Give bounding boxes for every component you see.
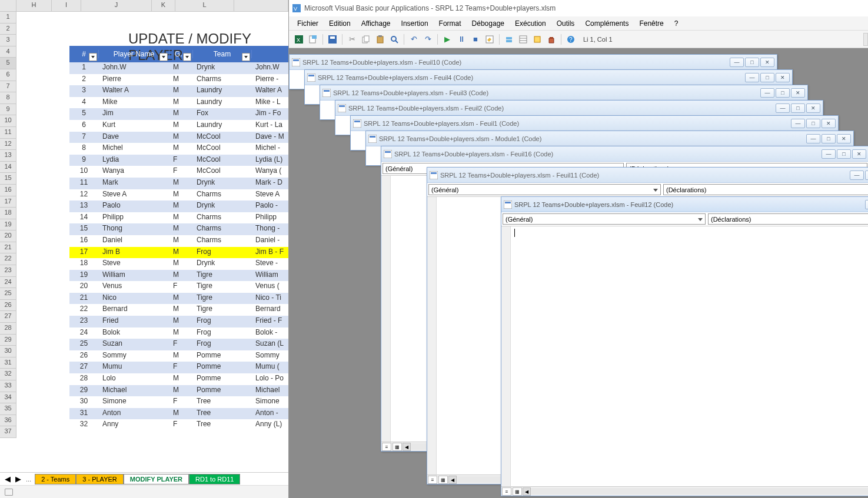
filter-icon[interactable] bbox=[89, 53, 97, 61]
tab-nav-prev[interactable]: ◀ bbox=[4, 475, 12, 483]
help-icon[interactable]: ? bbox=[564, 33, 577, 46]
copy-icon[interactable] bbox=[360, 33, 373, 46]
table-row[interactable]: 25SuzanFFrogSuzan (L bbox=[69, 339, 288, 350]
th-team[interactable]: Team bbox=[193, 50, 252, 58]
properties-icon[interactable] bbox=[517, 33, 530, 46]
cell-name[interactable]: Sommy bbox=[99, 350, 169, 362]
table-row[interactable]: 17Jim BMFrogJim B - F bbox=[69, 247, 288, 259]
cell-gender[interactable]: M bbox=[169, 212, 193, 224]
cell-number[interactable]: 3 bbox=[69, 85, 99, 97]
row-header-29[interactable]: 29 bbox=[0, 335, 16, 346]
cell-number[interactable]: 6 bbox=[69, 120, 99, 132]
macro-record-icon[interactable] bbox=[5, 489, 13, 496]
cell-number[interactable]: 20 bbox=[69, 281, 99, 293]
design-mode-icon[interactable] bbox=[483, 33, 496, 46]
menu-help[interactable]: ? bbox=[670, 18, 683, 29]
find-icon[interactable] bbox=[388, 33, 401, 46]
cell-ext[interactable]: Michel - bbox=[252, 143, 288, 155]
table-row[interactable]: 24BolokMFrogBolok - bbox=[69, 327, 288, 339]
cell-name[interactable]: Steve A bbox=[99, 189, 169, 201]
cell-ext[interactable]: Sommy bbox=[252, 350, 288, 362]
menu-execution[interactable]: Exécution bbox=[510, 18, 551, 29]
cell-ext[interactable]: Jim B - F bbox=[252, 247, 288, 259]
menu-insertion[interactable]: Insertion bbox=[397, 18, 433, 29]
cell-team[interactable]: McCool bbox=[193, 166, 252, 178]
maximize-button[interactable]: □ bbox=[791, 103, 805, 113]
mdi-client-area[interactable]: SRPL 12 Teams+Double+players.xlsm - Feui… bbox=[289, 48, 868, 498]
table-row[interactable]: 1John.WMDrynkJohn.W bbox=[69, 62, 288, 74]
cell-name[interactable]: Anny bbox=[99, 419, 169, 431]
filter-icon[interactable] bbox=[159, 53, 168, 61]
cell-team[interactable]: Frog bbox=[193, 327, 252, 339]
cell-team[interactable]: Pomme bbox=[193, 373, 252, 385]
cell-number[interactable]: 13 bbox=[69, 200, 99, 212]
menu-affichage[interactable]: Affichage bbox=[357, 18, 395, 29]
table-row[interactable]: 23FriedMFrogFried - F bbox=[69, 316, 288, 327]
cell-number[interactable]: 2 bbox=[69, 74, 99, 86]
maximize-button[interactable]: □ bbox=[745, 58, 759, 67]
cell-ext[interactable]: Wanya ( bbox=[252, 166, 288, 178]
close-button[interactable]: ✕ bbox=[760, 58, 774, 67]
cell-gender[interactable]: M bbox=[169, 408, 193, 420]
th-gender[interactable]: G… bbox=[169, 50, 193, 58]
code-editor[interactable] bbox=[501, 226, 868, 486]
code-window[interactable]: SRPL 12 Teams+Double+players.xlsm - Feui… bbox=[501, 196, 868, 496]
th-number[interactable]: # bbox=[69, 50, 99, 58]
code-window-titlebar[interactable]: SRPL 12 Teams+Double+players.xlsm - Feui… bbox=[501, 197, 868, 212]
cell-number[interactable]: 10 bbox=[69, 166, 99, 178]
close-button[interactable]: ✕ bbox=[806, 103, 820, 113]
cell-gender[interactable]: F bbox=[169, 396, 193, 408]
table-row[interactable]: 22BernardMTigreBernard bbox=[69, 304, 288, 316]
row-header-21[interactable]: 21 bbox=[0, 242, 16, 254]
cell-gender[interactable]: M bbox=[169, 74, 193, 86]
cell-team[interactable]: Frog bbox=[193, 316, 252, 327]
table-row[interactable]: 9LydiaFMcCoolLydia (L) bbox=[69, 155, 288, 166]
cell-team[interactable]: Tigre bbox=[193, 270, 252, 282]
row-header-35[interactable]: 35 bbox=[0, 403, 16, 415]
maximize-button[interactable]: □ bbox=[760, 73, 774, 82]
cell-ext[interactable]: John.W bbox=[252, 62, 288, 74]
procedure-view-icon[interactable]: ≡ bbox=[382, 443, 391, 451]
cell-gender[interactable]: M bbox=[169, 189, 193, 201]
full-view-icon[interactable]: ▦ bbox=[438, 476, 448, 484]
row-header-17[interactable]: 17 bbox=[0, 196, 16, 208]
cell-name[interactable]: Kurt bbox=[99, 120, 169, 132]
cell-ext[interactable]: Jim - Fo bbox=[252, 108, 288, 120]
tab-teams[interactable]: 2 - Teams bbox=[35, 474, 76, 484]
cell-ext[interactable]: Nico - Ti bbox=[252, 293, 288, 305]
cell-name[interactable]: Daniel bbox=[99, 235, 169, 247]
cell-ext[interactable]: Mumu ( bbox=[252, 362, 288, 373]
cell-team[interactable]: Frog bbox=[193, 247, 252, 259]
cell-ext[interactable]: Michael bbox=[252, 385, 288, 397]
cell-team[interactable]: Pomme bbox=[193, 362, 252, 373]
cell-number[interactable]: 24 bbox=[69, 327, 99, 339]
row-header-5[interactable]: 5 bbox=[0, 58, 16, 69]
cell-gender[interactable]: M bbox=[169, 97, 193, 109]
cell-team[interactable]: Charms bbox=[193, 235, 252, 247]
cell-team[interactable]: Tigre bbox=[193, 304, 252, 316]
cell-name[interactable]: Venus bbox=[99, 281, 169, 293]
scroll-left-icon[interactable]: ◀ bbox=[523, 487, 531, 496]
close-button[interactable]: ✕ bbox=[852, 149, 866, 159]
cell-gender[interactable]: M bbox=[169, 235, 193, 247]
row-header-8[interactable]: 8 bbox=[0, 92, 16, 104]
row-header-19[interactable]: 19 bbox=[0, 219, 16, 231]
cell-name[interactable]: Anton bbox=[99, 408, 169, 420]
close-button[interactable]: ✕ bbox=[837, 134, 851, 143]
tabs-overflow[interactable]: ... bbox=[22, 476, 35, 483]
stop-icon[interactable]: ■ bbox=[469, 33, 482, 46]
cell-ext[interactable]: Steve A bbox=[252, 189, 288, 201]
cell-number[interactable]: 17 bbox=[69, 247, 99, 259]
cell-name[interactable]: Pierre bbox=[99, 74, 169, 86]
scroll-left-icon[interactable]: ◀ bbox=[448, 476, 457, 484]
insert-module-icon[interactable] bbox=[307, 33, 320, 46]
th-player-name[interactable]: Player Name bbox=[99, 50, 169, 58]
cell-ext[interactable]: Walter A bbox=[252, 85, 288, 97]
vba-title-bar[interactable]: V Microsoft Visual Basic pour Applicatio… bbox=[289, 0, 868, 16]
cell-team[interactable]: Tree bbox=[193, 396, 252, 408]
row-header-7[interactable]: 7 bbox=[0, 81, 16, 93]
code-window-titlebar[interactable]: SRPL 12 Teams+Double+players.xlsm - Feui… bbox=[290, 55, 777, 70]
cell-number[interactable]: 22 bbox=[69, 304, 99, 316]
row-header-13[interactable]: 13 bbox=[0, 150, 16, 162]
table-row[interactable]: 21NicoMTigreNico - Ti bbox=[69, 293, 288, 305]
